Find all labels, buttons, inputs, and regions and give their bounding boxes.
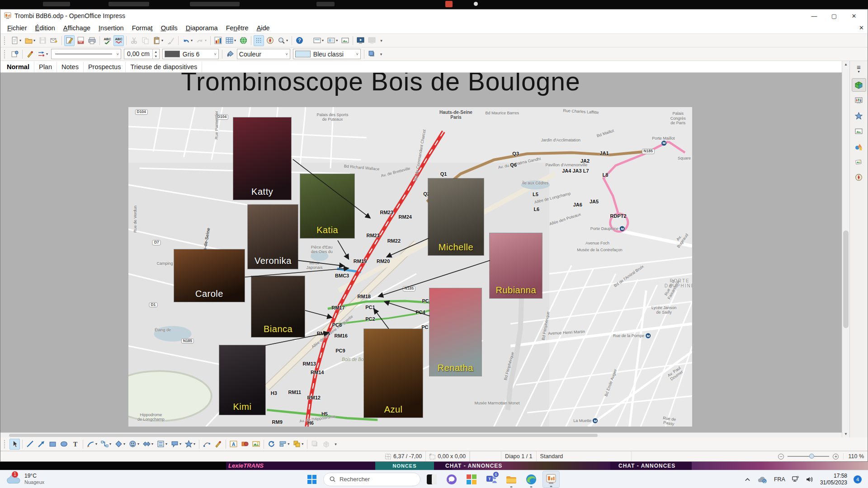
fill-color-select[interactable]: Bleu classi˅ bbox=[293, 49, 361, 59]
photo-katty[interactable]: Katty bbox=[233, 117, 291, 200]
line-width-spinner[interactable]: 0,00 cm ▲▼ bbox=[124, 49, 160, 59]
pen-style-button[interactable] bbox=[25, 49, 35, 60]
edit-mode-button[interactable] bbox=[64, 35, 75, 46]
maximize-button[interactable]: ▢ bbox=[824, 10, 844, 22]
onedrive-icon[interactable] bbox=[757, 476, 768, 483]
zoom-value[interactable]: 110 % bbox=[843, 453, 864, 460]
shadow-icon[interactable] bbox=[367, 49, 377, 60]
arrange-button[interactable]: ▾ bbox=[292, 439, 305, 450]
spellcheck-button[interactable]: ABC bbox=[102, 35, 113, 46]
chat-app-icon[interactable] bbox=[443, 471, 460, 488]
spin-up-icon[interactable]: ▲ bbox=[153, 49, 159, 54]
dropdown-caret-icon[interactable]: ▾ bbox=[193, 442, 195, 446]
toolbar-overflow-icon[interactable]: ▾ bbox=[335, 442, 337, 446]
tray-chevron-icon[interactable] bbox=[745, 477, 750, 482]
photo-kimi[interactable]: Kimi bbox=[219, 345, 265, 414]
new-document-button[interactable]: ▾ bbox=[9, 35, 23, 46]
menu-diaporama[interactable]: Diaporama bbox=[182, 23, 222, 33]
insert-from-file-button[interactable] bbox=[240, 439, 250, 450]
arrow-style-button[interactable]: ▾ bbox=[36, 49, 49, 60]
format-paintbrush-button[interactable] bbox=[165, 35, 176, 46]
zoom-slider-thumb[interactable] bbox=[809, 454, 814, 459]
toolbar-overflow-icon[interactable]: ▾ bbox=[380, 52, 382, 56]
photo-carole[interactable]: Carole bbox=[174, 249, 245, 302]
save-button[interactable] bbox=[38, 35, 48, 46]
dropdown-caret-icon[interactable]: ▾ bbox=[288, 442, 289, 446]
display-grid-button[interactable] bbox=[254, 35, 264, 46]
arrow-tool-button[interactable] bbox=[36, 439, 47, 450]
dropdown-caret-icon[interactable]: ▾ bbox=[286, 38, 288, 42]
photo-renatha[interactable]: Renatha bbox=[429, 288, 481, 376]
photo-michelle[interactable]: Michelle bbox=[428, 178, 483, 255]
star-shapes-button[interactable]: ▾ bbox=[184, 439, 197, 450]
slide-design-button[interactable] bbox=[340, 35, 350, 46]
menu-aide[interactable]: Aide bbox=[253, 23, 274, 33]
language-indicator[interactable]: FRA bbox=[774, 476, 785, 483]
close-button[interactable]: ✕ bbox=[844, 10, 864, 22]
map-image[interactable]: D104D104Palais des Sports de PuteauxHaut… bbox=[128, 107, 692, 427]
menu-affichage[interactable]: Affichage bbox=[59, 23, 94, 33]
slide-title[interactable]: Trombinoscope Bois de Boulogne bbox=[181, 73, 580, 96]
document-close-icon[interactable]: ✕ bbox=[859, 24, 864, 31]
horizontal-scrollbar-thumb[interactable] bbox=[9, 434, 598, 437]
photo-rubianna[interactable]: Rubianna bbox=[490, 233, 542, 298]
scroll-down-icon[interactable]: ▼ bbox=[842, 431, 849, 437]
rectangle-tool-button[interactable] bbox=[47, 439, 58, 450]
gallery-deck-icon[interactable] bbox=[852, 155, 866, 169]
vertical-scrollbar[interactable]: ▲ ▼ bbox=[842, 61, 849, 437]
menu-edition[interactable]: Édition bbox=[31, 23, 59, 33]
title-bar[interactable]: Trombi BdB6.odp - OpenOffice Impress — ▢… bbox=[0, 9, 868, 22]
export-pdf-button[interactable]: PDF bbox=[75, 35, 86, 46]
symbol-shapes-button[interactable]: ▾ bbox=[127, 439, 141, 450]
print-button[interactable] bbox=[87, 35, 97, 46]
slide-layout-button[interactable]: ▾ bbox=[326, 35, 339, 46]
curve-tool-button[interactable]: ▾ bbox=[85, 439, 99, 450]
menu-outils[interactable]: Outils bbox=[157, 23, 182, 33]
slideshow-settings-button[interactable] bbox=[367, 35, 377, 46]
dropdown-caret-icon[interactable]: ▾ bbox=[151, 442, 153, 446]
scroll-up-icon[interactable]: ▲ bbox=[842, 61, 849, 68]
minimize-button[interactable]: — bbox=[804, 10, 824, 22]
glue-points-button[interactable] bbox=[213, 439, 223, 450]
navigator-button[interactable] bbox=[265, 35, 275, 46]
line-style-select[interactable]: ˅ bbox=[51, 49, 121, 59]
toolbar-grip[interactable] bbox=[4, 440, 7, 448]
zoom-out-icon[interactable]: − bbox=[778, 454, 784, 460]
tab-plan[interactable]: Plan bbox=[34, 62, 57, 72]
connector-tool-button[interactable]: ▾ bbox=[99, 439, 113, 450]
line-color-select[interactable]: Gris 6˅ bbox=[162, 49, 219, 59]
dropdown-caret-icon[interactable]: ▾ bbox=[95, 442, 97, 446]
ellipse-tool-button[interactable] bbox=[59, 439, 69, 450]
menu-format[interactable]: Format bbox=[128, 23, 157, 33]
clock-widget[interactable]: 17:58 31/05/2023 bbox=[820, 473, 847, 486]
flowchart-shapes-button[interactable]: ▾ bbox=[156, 439, 169, 450]
menu-fenetre[interactable]: Fenêtre bbox=[222, 23, 253, 33]
insert-table-button[interactable]: ▾ bbox=[224, 35, 237, 46]
start-button[interactable] bbox=[303, 471, 321, 488]
document-area[interactable]: Trombinoscope Bois de Boulogne bbox=[0, 73, 842, 432]
help-button[interactable]: ? bbox=[294, 35, 305, 46]
paste-button[interactable]: ▾ bbox=[151, 35, 165, 46]
photos-app-icon[interactable] bbox=[423, 471, 440, 488]
openoffice-impress-icon[interactable] bbox=[542, 471, 560, 488]
zoom-slider[interactable] bbox=[788, 456, 829, 457]
properties-deck-icon[interactable] bbox=[852, 78, 866, 92]
network-icon[interactable] bbox=[792, 476, 799, 483]
spin-down-icon[interactable]: ▼ bbox=[153, 54, 159, 59]
dropdown-caret-icon[interactable]: ▾ bbox=[165, 442, 167, 446]
photo-veronika[interactable]: Veronika bbox=[248, 205, 298, 268]
toolbar-overflow-icon[interactable]: ▾ bbox=[380, 38, 382, 43]
dropdown-caret-icon[interactable]: ▾ bbox=[33, 38, 35, 42]
menu-fichier[interactable]: Fichier bbox=[3, 23, 31, 33]
dropdown-caret-icon[interactable]: ▾ bbox=[46, 52, 48, 56]
dropdown-caret-icon[interactable]: ▾ bbox=[179, 442, 181, 446]
teams-app-icon[interactable]: T6 bbox=[483, 471, 500, 488]
select-tool-button[interactable] bbox=[9, 439, 20, 450]
dropdown-caret-icon[interactable]: ▾ bbox=[137, 442, 139, 446]
fontwork-gallery-button[interactable]: A bbox=[228, 439, 239, 450]
undo-button[interactable]: ▾ bbox=[181, 35, 194, 46]
dropdown-caret-icon[interactable]: ▾ bbox=[205, 38, 207, 42]
toolbar-grip[interactable] bbox=[4, 37, 7, 45]
weather-widget[interactable]: 1 19°C Nuageux bbox=[5, 473, 118, 485]
insert-chart-button[interactable] bbox=[213, 35, 223, 46]
